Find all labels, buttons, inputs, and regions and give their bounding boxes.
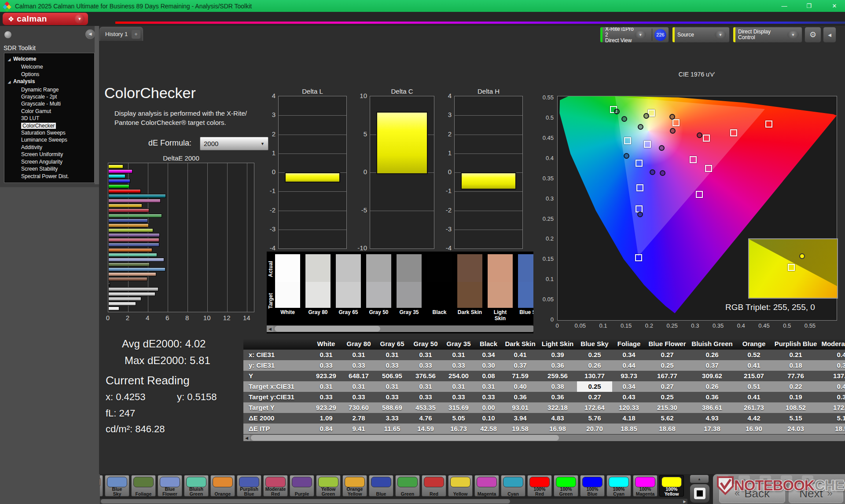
- collapse-up-icon[interactable]: ▲: [690, 475, 709, 483]
- sidebar-item-options[interactable]: Options: [4, 71, 94, 78]
- patch-button-orange-yellow[interactable]: OrangeYellow: [342, 475, 367, 497]
- minimize-icon[interactable]: —: [775, 0, 793, 12]
- table-row: Target y:CIE310.330.330.330.330.330.330.…: [243, 392, 845, 402]
- patch-button-yellow[interactable]: Yellow: [448, 475, 473, 497]
- add-tab-button[interactable]: +: [132, 30, 140, 39]
- sidebar-item-grayscale-multi[interactable]: Grayscale - Multi: [4, 100, 94, 107]
- patch-button-green[interactable]: Green: [395, 475, 420, 497]
- sidebar-item-screen-stability[interactable]: Screen Stability: [4, 165, 94, 172]
- table-cell: 120.33: [612, 402, 646, 413]
- patch-button-100-blue[interactable]: 100%Blue: [580, 475, 605, 497]
- sidebar-pin-icon[interactable]: [4, 31, 11, 38]
- table-scrollbar[interactable]: ◀: [243, 435, 845, 441]
- table-cell: 0.33: [442, 360, 475, 371]
- measured-point-icon: [637, 212, 643, 217]
- table-cell: 0.33: [442, 392, 475, 402]
- tab-history[interactable]: History 1 +: [99, 27, 143, 41]
- display-control-dropdown[interactable]: Direct Display Control ▼: [733, 27, 802, 43]
- calman-dropdown-arrow-icon[interactable]: ▼: [75, 14, 84, 24]
- sidebar-item-additivity[interactable]: Additivity: [4, 144, 94, 151]
- deltae-chart-title: DeltaE 2000: [108, 154, 254, 162]
- patch-color-chip: [371, 477, 391, 487]
- stop-icon: [697, 490, 703, 497]
- sidebar-item-color-gamut[interactable]: Color Gamut: [4, 108, 94, 115]
- deltae-bar: [108, 184, 129, 188]
- patch-button-100-magenta[interactable]: 100%Magenta: [633, 475, 658, 497]
- table-cell: 259.56: [538, 371, 577, 381]
- close-icon[interactable]: ✕: [826, 0, 843, 12]
- sidebar-item-luminance-sweeps[interactable]: Luminance Sweeps: [4, 136, 94, 143]
- patch-button-bluish-green[interactable]: BluishGreen: [184, 475, 209, 497]
- meter-count-badge[interactable]: 226: [654, 29, 666, 41]
- patch-button-light-skin[interactable]: LightSkin: [100, 475, 103, 497]
- sidebar-item-grayscale-2pt[interactable]: Grayscale - 2pt: [4, 93, 94, 100]
- patch-button-yellow-green[interactable]: YellowGreen: [316, 475, 341, 497]
- patch-button-red[interactable]: Red: [422, 475, 446, 497]
- de-formula-select[interactable]: 2000 ▼: [200, 137, 268, 150]
- scroll-left-icon[interactable]: ◀: [243, 435, 250, 441]
- table-col-header: Light Skin: [538, 338, 577, 350]
- sidebar-item-screen-angularity[interactable]: Screen Angularity: [4, 158, 94, 165]
- panel-collapse-icon[interactable]: ◀: [823, 27, 836, 43]
- sidebar-item-dynamic-range[interactable]: Dynamic Range: [4, 86, 94, 93]
- table-cell: 0.31: [475, 381, 502, 392]
- patch-button-moderate-red[interactable]: ModerateRed: [263, 475, 288, 497]
- patch-selector-scrollbar[interactable]: ▶: [100, 499, 687, 504]
- deltae-bar: [108, 179, 130, 183]
- sidebar-item-spectral-power-dist-[interactable]: Spectral Power Dist.: [4, 173, 94, 180]
- deltae-bar: [108, 282, 110, 286]
- table-cell: 309.62: [689, 371, 735, 381]
- maximize-icon[interactable]: ❐: [800, 0, 818, 12]
- scroll-right-icon[interactable]: ▶: [682, 499, 687, 504]
- table-cell: 261.73: [735, 402, 772, 413]
- table-cell: 315.69: [442, 402, 475, 413]
- sidebar-item-screen-uniformity[interactable]: Screen Uniformity: [4, 151, 94, 158]
- sidebar-splitter[interactable]: [95, 26, 99, 184]
- patch-button-100-red[interactable]: 100%Red: [527, 475, 552, 497]
- sidebar-item-colorchecker[interactable]: ColorChecker: [4, 122, 94, 129]
- chevron-down-icon[interactable]: ▼: [715, 31, 726, 38]
- table-cell: 386.61: [689, 402, 735, 413]
- patch-button-blue-flower[interactable]: BlueFlower: [158, 475, 182, 497]
- patch-button-100-yellow[interactable]: 100%Yellow: [659, 475, 684, 497]
- patch-button-orange[interactable]: Orange: [210, 475, 235, 497]
- sidebar-item-saturation-sweeps[interactable]: Saturation Sweeps: [4, 129, 94, 136]
- patch-color-chip: [556, 477, 576, 487]
- table-cell: 5.15: [772, 413, 819, 424]
- sidebar-item-analysis[interactable]: ◢Analysis: [4, 78, 94, 86]
- patch-button-label: ModerateRed: [264, 487, 287, 496]
- tree-expander-icon[interactable]: ◢: [8, 79, 13, 86]
- source-dropdown[interactable]: Source ▼: [672, 27, 730, 43]
- calman-menu-button[interactable]: ❖ calman ▼: [3, 13, 88, 25]
- sidebar-item-welcome[interactable]: Welcome: [4, 63, 94, 70]
- deltae-bar: [108, 238, 159, 242]
- de-formula-value: 2000: [200, 140, 218, 147]
- patch-button-blue[interactable]: Blue: [369, 475, 393, 497]
- patch-button-cyan[interactable]: Cyan: [501, 475, 525, 497]
- tab-collapse-icon[interactable]: ◀: [86, 29, 95, 38]
- patch-button-100-cyan[interactable]: 100%Cyan: [606, 475, 631, 497]
- scroll-left-icon[interactable]: ◀: [267, 325, 273, 332]
- deltae-bar: [108, 223, 149, 227]
- patch-button-foliage[interactable]: Foliage: [131, 475, 156, 497]
- table-cell: 0.27: [577, 392, 612, 402]
- table-col-header: Gray 65: [375, 338, 409, 350]
- table-cell: 0.26: [689, 381, 735, 392]
- patch-button-100-green[interactable]: 100%Green: [554, 475, 578, 497]
- meter-dropdown[interactable]: X-Rite i1Pro 2 Direct View ▼ 226: [600, 27, 669, 43]
- sidebar-item-welcome[interactable]: ◢Welcome: [4, 55, 94, 63]
- patch-button-blue-sky[interactable]: BlueSky: [105, 475, 129, 497]
- stop-measure-button[interactable]: [690, 484, 709, 503]
- chevron-down-icon[interactable]: ▼: [635, 31, 646, 38]
- patch-button-purple[interactable]: Purple: [290, 475, 314, 497]
- patch-button-purplish-blue[interactable]: PurplishBlue: [237, 475, 261, 497]
- settings-gear-icon[interactable]: ⚙: [805, 27, 821, 43]
- chevron-down-icon[interactable]: ▼: [787, 31, 799, 38]
- tree-expander-icon[interactable]: ◢: [8, 56, 13, 63]
- patch-strip-scrollbar[interactable]: ◀: [267, 325, 533, 332]
- patch-button-label: Orange: [211, 487, 235, 496]
- table-cell: 0.37: [689, 360, 735, 371]
- sidebar-item-3d-lut[interactable]: 3D LUT: [4, 115, 94, 122]
- calman-logo-text: calman: [17, 14, 47, 24]
- patch-button-magenta[interactable]: Magenta: [474, 475, 499, 497]
